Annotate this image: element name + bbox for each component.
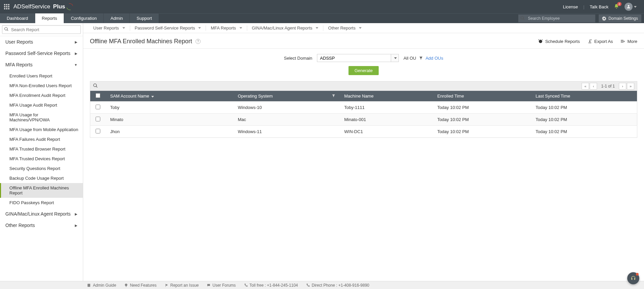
- main-nav: Dashboard Reports Configuration Admin Su…: [0, 13, 159, 23]
- top-header: ADSelfService Plus License | Talk Back 2: [0, 0, 644, 13]
- product-name-b: Plus: [53, 3, 65, 10]
- user-avatar-icon[interactable]: [625, 3, 633, 11]
- talkback-link[interactable]: Talk Back: [590, 4, 608, 9]
- product-logo: ADSelfService Plus: [13, 3, 73, 10]
- product-name-a: ADSelfService: [13, 3, 50, 10]
- gear-icon: [602, 16, 606, 21]
- domain-settings-button[interactable]: Domain Settings: [599, 14, 641, 22]
- tab-configuration[interactable]: Configuration: [64, 13, 104, 23]
- employee-search: [518, 14, 595, 22]
- tab-dashboard[interactable]: Dashboard: [0, 13, 35, 23]
- tab-support[interactable]: Support: [130, 13, 159, 23]
- tab-admin[interactable]: Admin: [104, 13, 130, 23]
- apps-grid-icon[interactable]: [4, 4, 9, 9]
- employee-search-input[interactable]: [518, 14, 595, 22]
- header-links: License | Talk Back 2: [563, 3, 637, 11]
- notification-bell-icon[interactable]: 2: [614, 4, 619, 10]
- user-menu-caret-icon[interactable]: [634, 6, 637, 8]
- license-link[interactable]: License: [563, 4, 578, 9]
- search-icon: [520, 16, 525, 21]
- tab-reports[interactable]: Reports: [35, 13, 64, 23]
- domain-settings-label: Domain Settings: [608, 16, 638, 21]
- logo-swoosh-icon: [66, 3, 73, 10]
- notif-badge: 2: [617, 2, 622, 6]
